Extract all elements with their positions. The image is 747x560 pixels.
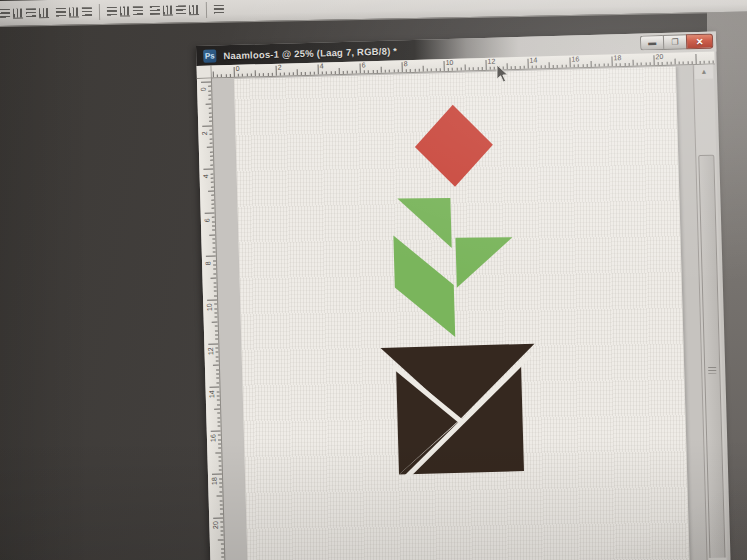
toggle-extras-icon[interactable] <box>189 5 199 15</box>
ruler-tick <box>511 66 512 69</box>
ruler-tick <box>473 67 474 70</box>
ruler-tick <box>544 65 545 68</box>
maximize-button[interactable]: ❐ <box>663 34 686 50</box>
ruler-tick <box>217 422 220 423</box>
ruler-tick <box>215 317 218 318</box>
ruler-tick <box>220 500 223 501</box>
screen-mode-icon[interactable] <box>214 5 224 14</box>
ruler-tick <box>431 68 432 71</box>
ruler-tick <box>215 334 218 335</box>
ruler-tick <box>670 62 671 65</box>
options-bar <box>0 0 747 27</box>
ruler-tick <box>214 313 217 314</box>
ruler-tick <box>212 321 218 322</box>
distribute-left-edges-icon[interactable] <box>133 6 143 15</box>
ruler-tick <box>507 63 508 69</box>
ruler-tick <box>242 74 243 77</box>
ruler-tick <box>216 382 219 383</box>
ruler-number: 4 <box>320 62 324 69</box>
ruler-tick <box>578 64 579 67</box>
ruler-tick <box>207 147 213 148</box>
leaf-upper-triangle[interactable] <box>397 197 451 249</box>
ruler-tick <box>214 295 217 296</box>
ruler-tick <box>675 59 676 65</box>
ruler-number: 4 <box>202 171 209 181</box>
ruler-tick <box>221 548 224 549</box>
ruler-tick <box>616 63 617 66</box>
options-bar-separator <box>206 1 207 17</box>
ruler-tick <box>553 65 554 68</box>
ruler-tick <box>211 173 214 174</box>
ruler-tick <box>218 435 221 436</box>
ruler-tick <box>209 108 212 109</box>
distribute-vertical-centers-icon[interactable] <box>107 7 117 16</box>
ruler-tick <box>309 72 310 75</box>
ruler-tick <box>406 69 407 72</box>
ruler-tick <box>297 69 298 75</box>
ruler-tick <box>565 65 566 68</box>
ruler-number: 14 <box>208 389 215 399</box>
align-bottom-edges-icon[interactable] <box>26 8 36 17</box>
ruler-tick <box>211 182 214 183</box>
ruler-tick <box>218 443 221 444</box>
ruler-tick <box>557 65 558 68</box>
ruler-tick <box>637 63 638 66</box>
distribute-bottom-edges-icon[interactable] <box>120 6 130 16</box>
ruler-tick <box>214 304 217 305</box>
ruler-tick <box>536 65 537 68</box>
ruler-tick <box>213 260 216 261</box>
ruler-number: 12 <box>207 346 214 356</box>
ruler-tick <box>209 116 212 117</box>
ruler-tick <box>219 478 222 479</box>
ruler-tick <box>212 208 215 209</box>
ruler-tick <box>211 199 214 200</box>
ruler-tick <box>212 225 215 226</box>
ruler-tick <box>419 69 420 72</box>
distribute-horizontal-centers-icon[interactable] <box>150 6 160 15</box>
ruler-tick <box>427 69 428 72</box>
ruler-tick <box>494 67 495 70</box>
ruler-tick <box>267 73 268 76</box>
options-bar-group <box>0 7 49 18</box>
ruler-tick <box>414 69 415 72</box>
ruler-tick <box>515 66 516 69</box>
ruler-tick <box>216 356 219 357</box>
align-horizontal-centers-icon[interactable] <box>56 8 66 17</box>
stem-parallelogram[interactable] <box>393 234 455 339</box>
ruler-tick <box>620 63 621 66</box>
ruler-tick <box>695 54 696 64</box>
ruler-tick <box>225 74 226 77</box>
ruler-tick <box>335 71 336 74</box>
ruler-number: 18 <box>211 476 218 486</box>
align-left-edges-icon[interactable] <box>39 7 49 17</box>
ruler-tick <box>259 73 260 76</box>
leaf-right-triangle[interactable] <box>455 236 513 288</box>
auto-align-layers-icon[interactable] <box>176 5 186 14</box>
close-button[interactable]: ✕ <box>686 34 713 50</box>
ruler-tick <box>708 61 709 64</box>
ruler-tick <box>219 461 222 462</box>
ruler-tick <box>219 469 222 470</box>
ruler-tick <box>423 66 424 72</box>
ruler-tick <box>211 204 214 205</box>
align-right-edges-icon[interactable] <box>69 7 79 17</box>
align-top-edges-icon[interactable] <box>0 9 10 18</box>
minimize-button[interactable]: ▬ <box>640 35 663 51</box>
ruler-tick <box>218 439 221 440</box>
ruler-tick <box>519 66 520 69</box>
ruler-number: 2 <box>278 64 282 71</box>
distribute-right-edges-icon[interactable] <box>163 5 173 15</box>
ruler-tick <box>218 448 221 449</box>
document-canvas[interactable] <box>234 67 690 560</box>
align-vertical-centers-icon[interactable] <box>13 8 23 18</box>
ruler-number: 0 <box>200 84 207 94</box>
ruler-tick <box>218 426 221 427</box>
ruler-tick <box>347 71 348 74</box>
ruler-tick <box>326 71 327 74</box>
ruler-tick <box>208 99 211 100</box>
scroll-up-arrow[interactable]: ▲ <box>695 65 713 79</box>
ruler-number: 8 <box>204 259 211 269</box>
flower-head-diamond[interactable] <box>414 104 494 188</box>
distribute-top-edges-icon[interactable] <box>82 7 92 16</box>
ruler-tick <box>330 71 331 74</box>
